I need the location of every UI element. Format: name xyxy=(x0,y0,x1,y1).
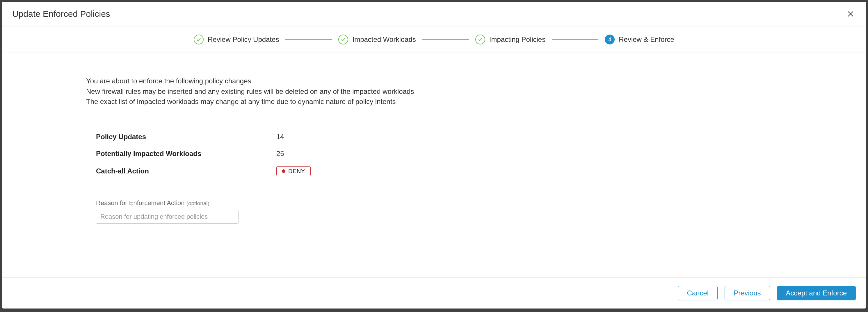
check-icon xyxy=(194,35,204,44)
step-connector xyxy=(285,39,332,40)
summary-value: 14 xyxy=(276,133,284,141)
close-button[interactable] xyxy=(845,9,856,19)
reason-optional-text: (optional) xyxy=(186,200,210,206)
modal-header: Update Enforced Policies xyxy=(2,2,866,27)
summary-value: 25 xyxy=(276,150,284,158)
summary-label: Potentially Impacted Workloads xyxy=(96,150,276,158)
modal-title: Update Enforced Policies xyxy=(12,9,110,19)
reason-label-text: Reason for Enforcement Action xyxy=(96,199,186,207)
summary-label: Policy Updates xyxy=(96,133,276,141)
modal-body: You are about to enforce the following p… xyxy=(2,53,866,277)
step-review-and-enforce[interactable]: 4 Review & Enforce xyxy=(605,35,674,44)
summary-row-policy-updates: Policy Updates 14 xyxy=(96,133,866,141)
reason-input[interactable] xyxy=(96,210,239,224)
step-label: Impacting Policies xyxy=(489,35,546,43)
step-label: Review Policy Updates xyxy=(208,35,279,43)
step-label: Review & Enforce xyxy=(619,35,674,43)
deny-text: DENY xyxy=(288,168,305,175)
step-number-badge: 4 xyxy=(605,35,615,44)
wizard-stepper: Review Policy Updates Impacted Workloads… xyxy=(2,27,866,53)
check-icon xyxy=(475,35,485,44)
update-enforced-policies-modal: Update Enforced Policies Review Policy U… xyxy=(2,2,866,309)
step-impacted-workloads[interactable]: Impacted Workloads xyxy=(338,35,416,44)
step-connector xyxy=(552,39,598,40)
accept-and-enforce-button[interactable]: Accept and Enforce xyxy=(777,286,856,300)
modal-footer: Cancel Previous Accept and Enforce xyxy=(2,277,866,309)
intro-text: You are about to enforce the following p… xyxy=(86,76,866,107)
intro-line: The exact list of impacted workloads may… xyxy=(86,97,866,107)
summary-row-catch-all: Catch-all Action DENY xyxy=(96,167,866,176)
summary-section: Policy Updates 14 Potentially Impacted W… xyxy=(96,133,866,176)
deny-badge: DENY xyxy=(276,167,311,176)
cancel-button[interactable]: Cancel xyxy=(678,286,718,300)
summary-value: DENY xyxy=(276,167,311,176)
reason-label: Reason for Enforcement Action (optional) xyxy=(96,199,866,207)
close-icon xyxy=(846,10,855,18)
check-icon xyxy=(338,35,348,44)
previous-button[interactable]: Previous xyxy=(724,286,770,300)
intro-line: You are about to enforce the following p… xyxy=(86,76,866,86)
step-impacting-policies[interactable]: Impacting Policies xyxy=(475,35,546,44)
intro-line: New firewall rules may be inserted and a… xyxy=(86,86,866,97)
summary-row-impacted-workloads: Potentially Impacted Workloads 25 xyxy=(96,150,866,158)
summary-label: Catch-all Action xyxy=(96,167,276,175)
reason-section: Reason for Enforcement Action (optional) xyxy=(96,199,866,224)
deny-dot-icon xyxy=(282,169,285,173)
step-label: Impacted Workloads xyxy=(352,35,416,43)
step-connector xyxy=(422,39,469,40)
step-review-policy-updates[interactable]: Review Policy Updates xyxy=(194,35,279,44)
